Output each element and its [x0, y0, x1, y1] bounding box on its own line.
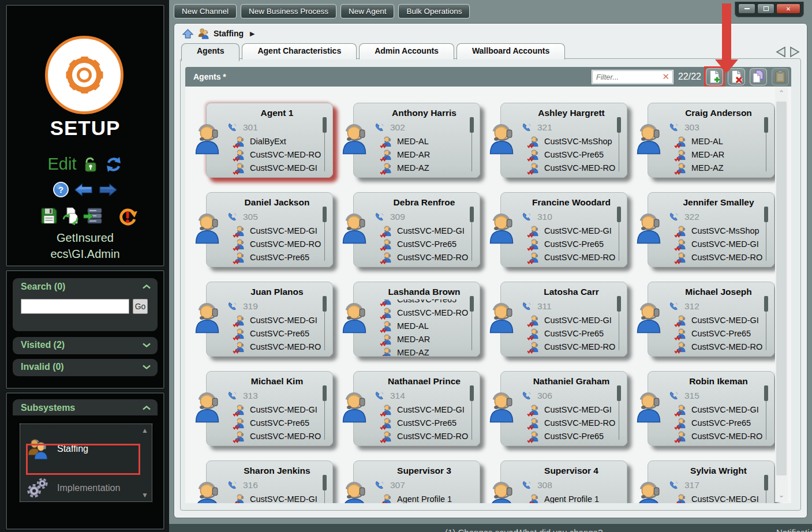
agent-profile-item[interactable]: CustSVC-MED-GI: [668, 237, 770, 250]
agent-profile-item[interactable]: CustSVC-Pre65: [373, 299, 476, 306]
agent-profile-item[interactable]: MED-AR: [668, 148, 770, 161]
status-notifications[interactable]: Notifications: [776, 527, 812, 532]
agent-profile-item[interactable]: MED-AL: [668, 134, 770, 148]
agent-profile-item[interactable]: CustSVC-MED-GI: [373, 403, 476, 416]
card-scrollbar[interactable]: [619, 117, 619, 171]
agent-profile-item[interactable]: MED-AZ: [373, 346, 476, 356]
agent-profile-item[interactable]: MED-AR: [373, 332, 476, 346]
agent-card[interactable]: Anthony Harris 302 MED-AL: [353, 103, 480, 178]
agent-profile-item[interactable]: CustSVC-MED-GI: [668, 492, 770, 503]
scroll-up-icon[interactable]: ⌃: [775, 89, 788, 99]
forward-arrow-icon[interactable]: [99, 183, 117, 197]
agent-profile-item[interactable]: CustSVC-MED-RO: [373, 429, 476, 443]
deploy-server-icon[interactable]: [83, 207, 103, 225]
card-scrollbar[interactable]: [324, 475, 325, 503]
card-scrollbar[interactable]: [766, 296, 766, 350]
card-scrollbar[interactable]: [766, 385, 766, 440]
page-right-icon[interactable]: [788, 46, 801, 58]
agent-profile-item[interactable]: CustSVC-MED-RO: [521, 340, 623, 353]
agent-profile-item[interactable]: MED-AL: [373, 319, 476, 332]
agent-profile-item[interactable]: CustSVC-MsShop: [668, 224, 770, 237]
agent-profile-item[interactable]: CustSVC-Pre65: [226, 250, 329, 264]
agent-profile-item[interactable]: CustSVC-Pre65: [668, 416, 770, 429]
card-scrollbar[interactable]: [324, 385, 325, 440]
card-scrollbar[interactable]: [324, 207, 325, 261]
scroll-up-icon[interactable]: ▲: [141, 426, 148, 434]
bulk-operations-button[interactable]: Bulk Operations: [398, 4, 470, 18]
agent-profile-item[interactable]: CustSVC-Pre65: [668, 327, 770, 340]
agent-profile-item[interactable]: CustSVC-Pre65: [226, 416, 329, 429]
agent-card[interactable]: Robin Ikeman 315 CustSVC-MED-GI: [648, 371, 774, 446]
card-scrollbar[interactable]: [472, 117, 472, 171]
scrollbar-thumb[interactable]: [776, 102, 787, 475]
agent-card[interactable]: Nathaniel Graham 306 CustSVC-MED-GI: [500, 371, 627, 446]
agent-profile-item[interactable]: CustSVC-MsShop: [521, 134, 623, 148]
status-change-link[interactable]: What did you change?: [517, 527, 603, 532]
agent-profile-item[interactable]: CustSVC-Pre65: [521, 148, 623, 161]
card-scrollbar[interactable]: [324, 296, 325, 350]
agent-card[interactable]: Ashley Hargrett 321 CustSVC-MsShop: [500, 103, 627, 178]
unlock-icon[interactable]: [83, 156, 98, 173]
agent-card[interactable]: Michael Kim 313 CustSVC-MED-GI: [206, 371, 333, 446]
agent-profile-item[interactable]: CustSVC-Pre65: [521, 429, 623, 443]
agent-card[interactable]: Latosha Carr 311 CustSVC-MED-GI: [500, 282, 627, 357]
agent-card[interactable]: Sylvia Wright 317 CustSVC-MED-GI: [648, 460, 774, 503]
agent-profile-item[interactable]: CustSVC-MED-RO: [668, 250, 770, 264]
agent-profile-item[interactable]: CustSVC-MED-RO: [226, 237, 329, 250]
search-go-button[interactable]: Go: [133, 299, 148, 314]
card-scrollbar[interactable]: [766, 117, 766, 171]
agent-card[interactable]: Daniel Jackson 305 CustSVC-MED-GI: [206, 192, 333, 267]
search-input[interactable]: [21, 299, 129, 314]
agent-profile-item[interactable]: CustSVC-MED-RO: [668, 429, 770, 443]
agent-card[interactable]: Supervisor 3 307 Agent Profile 1: [353, 460, 480, 503]
agent-card[interactable]: Jennifer Smalley 322 CustSVC-MsShop: [648, 192, 774, 267]
agent-profile-item[interactable]: MED-AZ: [373, 161, 476, 174]
tab-wallboard-accounts[interactable]: Wallboard Accounts: [456, 43, 565, 59]
agent-profile-item[interactable]: CustSVC-MED-GI: [521, 313, 623, 327]
agent-profile-item[interactable]: MED-AR: [373, 148, 476, 161]
search-panel-header[interactable]: Search (0): [13, 278, 158, 294]
visited-panel[interactable]: Visited (2): [13, 337, 158, 354]
agent-profile-item[interactable]: CustSVC-MED-GI: [226, 492, 329, 503]
agent-profile-item[interactable]: CustSVC-MED-RO: [226, 340, 329, 353]
agent-profile-item[interactable]: DialByExt: [226, 134, 329, 148]
breadcrumb-expand-icon[interactable]: ▶: [250, 30, 255, 38]
agent-card[interactable]: Supervisor 4 308 Agent Profile 1: [500, 460, 627, 503]
new-agent-button[interactable]: New Agent: [340, 4, 394, 18]
minimize-button[interactable]: [738, 3, 755, 14]
agent-profile-item[interactable]: CustSVC-Pre65: [373, 237, 476, 250]
agent-profile-item[interactable]: CustSVC-MED-GI: [226, 161, 329, 174]
copy-agent-button[interactable]: [750, 68, 767, 85]
agent-profile-item[interactable]: CustSVC-MED-RO: [668, 340, 770, 353]
agent-card[interactable]: Michael Joseph 312 CustSVC-MED-GI: [648, 282, 774, 357]
agent-profile-item[interactable]: CustSVC-MED-GI: [226, 313, 329, 327]
filter-input[interactable]: [592, 73, 661, 81]
navigate-up-icon[interactable]: [182, 29, 193, 39]
page-left-icon[interactable]: [774, 46, 787, 58]
agent-profile-item[interactable]: Agent Profile 1: [521, 492, 623, 503]
tab-agent-characteristics[interactable]: Agent Characteristics: [242, 43, 357, 59]
sidebar-item-implementation[interactable]: Implementation: [26, 477, 120, 499]
agent-profile-item[interactable]: CustSVC-MED-RO: [521, 161, 623, 174]
paste-agent-button[interactable]: [772, 68, 789, 85]
agent-card[interactable]: Francine Woodard 310 CustSVC-MED-GI: [500, 192, 627, 267]
refresh-icon[interactable]: [105, 156, 122, 173]
help-icon[interactable]: ?: [53, 182, 69, 197]
tab-admin-accounts[interactable]: Admin Accounts: [359, 43, 454, 59]
card-scrollbar[interactable]: [619, 207, 619, 261]
agent-card[interactable]: Nathanael Prince 314 CustSVC-MED-GI: [353, 371, 480, 446]
save-icon[interactable]: [40, 207, 58, 224]
card-scrollbar[interactable]: [472, 385, 472, 440]
agent-profile-item[interactable]: CustSVC-MED-GI: [373, 224, 476, 237]
card-scrollbar[interactable]: [766, 207, 766, 261]
card-scrollbar[interactable]: [619, 385, 619, 440]
scroll-down-icon[interactable]: ▼: [141, 491, 148, 499]
agent-profile-item[interactable]: CustSVC-MED-RO: [373, 306, 476, 319]
agent-profile-item[interactable]: MED-AZ: [668, 161, 770, 174]
agent-profile-item[interactable]: CustSVC-MED-RO: [521, 250, 623, 264]
agent-profile-item[interactable]: CustSVC-Pre65: [521, 327, 623, 340]
card-scrollbar[interactable]: [324, 117, 325, 171]
invalid-panel[interactable]: Invalid (0): [13, 359, 158, 376]
agent-profile-item[interactable]: CustSVC-Pre65: [521, 237, 623, 250]
agent-profile-item[interactable]: CustSVC-MED-GI: [226, 224, 329, 237]
